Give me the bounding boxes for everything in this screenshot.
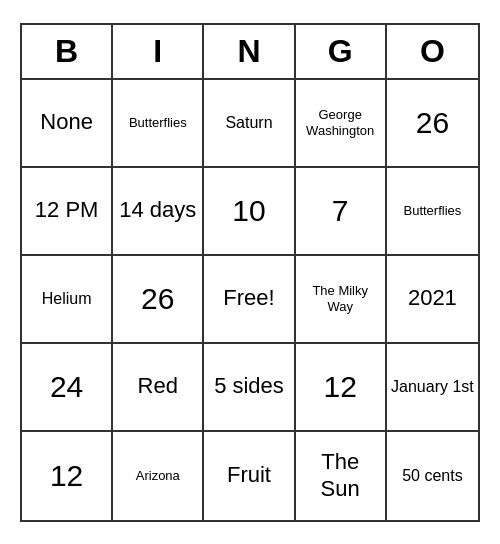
- bingo-cell: 5 sides: [204, 344, 295, 432]
- bingo-cell: 12: [22, 432, 113, 520]
- bingo-header: BINGO: [22, 25, 478, 80]
- bingo-cell: 10: [204, 168, 295, 256]
- bingo-cell: George Washington: [296, 80, 387, 168]
- bingo-cell: January 1st: [387, 344, 478, 432]
- bingo-cell: 50 cents: [387, 432, 478, 520]
- bingo-cell: Free!: [204, 256, 295, 344]
- header-letter: B: [22, 25, 113, 78]
- header-letter: G: [296, 25, 387, 78]
- bingo-cell: 26: [113, 256, 204, 344]
- bingo-cell: Red: [113, 344, 204, 432]
- bingo-cell: Saturn: [204, 80, 295, 168]
- bingo-cell: Butterflies: [113, 80, 204, 168]
- bingo-card: BINGO NoneButterfliesSaturnGeorge Washin…: [20, 23, 480, 522]
- bingo-cell: 24: [22, 344, 113, 432]
- bingo-cell: 2021: [387, 256, 478, 344]
- bingo-cell: 26: [387, 80, 478, 168]
- bingo-cell: Helium: [22, 256, 113, 344]
- header-letter: O: [387, 25, 478, 78]
- bingo-grid: NoneButterfliesSaturnGeorge Washington26…: [22, 80, 478, 520]
- bingo-cell: None: [22, 80, 113, 168]
- bingo-cell: 12 PM: [22, 168, 113, 256]
- bingo-cell: Butterflies: [387, 168, 478, 256]
- bingo-cell: 12: [296, 344, 387, 432]
- bingo-cell: The Sun: [296, 432, 387, 520]
- header-letter: N: [204, 25, 295, 78]
- bingo-cell: Arizona: [113, 432, 204, 520]
- bingo-cell: 7: [296, 168, 387, 256]
- bingo-cell: The Milky Way: [296, 256, 387, 344]
- bingo-cell: Fruit: [204, 432, 295, 520]
- header-letter: I: [113, 25, 204, 78]
- bingo-cell: 14 days: [113, 168, 204, 256]
